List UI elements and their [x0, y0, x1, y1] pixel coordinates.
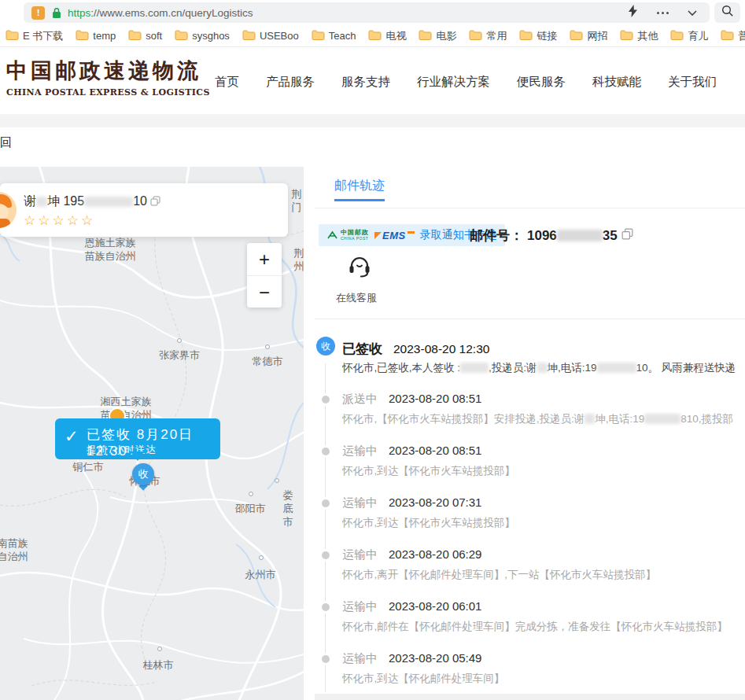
bookmark-item[interactable]: 普法: [721, 29, 745, 43]
bookmark-item[interactable]: E 书下载: [6, 29, 63, 43]
courier-rating-stars[interactable]: ☆☆☆☆☆: [24, 212, 95, 229]
timeline-detail: 怀化市,邮件在【怀化邮件处理车间】完成分拣，准备发往【怀化市火车站揽投部】: [342, 620, 745, 634]
timeline-entry: 运输中2023-08-20 05:49怀化市,到达【怀化邮件处理车间】: [342, 651, 745, 700]
nav-item[interactable]: 首页: [215, 74, 239, 90]
map-label: 荆门: [292, 187, 302, 214]
folder-icon: [419, 30, 432, 42]
nav-item[interactable]: 科技赋能: [592, 74, 641, 90]
copy-icon[interactable]: [150, 195, 160, 209]
timeline-time: 2023-08-20 05:49: [389, 651, 481, 665]
bookmark-item[interactable]: 其他: [620, 29, 658, 43]
redacted-text: [585, 414, 595, 424]
logo-subtitle: CHINA POSTAL EXPRESS & LOGISTICS: [6, 87, 210, 98]
timeline-title: 派送中2023-08-20 08:51: [342, 392, 745, 407]
nav-item[interactable]: 服务支持: [341, 74, 390, 90]
url-text[interactable]: https://www.ems.com.cn/queryLogistics: [68, 7, 253, 19]
nav-item[interactable]: 便民服务: [517, 74, 566, 90]
timeline-entry: 运输中2023-08-20 06:29怀化市,离开【怀化邮件处理车间】,下一站【…: [342, 547, 745, 599]
timeline-entry: 运输中2023-08-20 07:31怀化市,到达【怀化市火车站揽投部】: [342, 496, 745, 547]
shield-warning-icon[interactable]: !: [31, 6, 45, 20]
redacted-text: [36, 197, 47, 207]
timeline-time: 2023-08-20 07:31: [389, 496, 481, 509]
timeline-status: 运输中: [342, 547, 378, 561]
zoom-out-button[interactable]: −: [247, 276, 282, 308]
nav-item[interactable]: 关于我们: [668, 74, 717, 90]
bookmark-item[interactable]: temp: [76, 30, 116, 42]
bookmark-label: sysghos: [192, 30, 230, 42]
tooltip-note: 提前7小时送达: [87, 444, 157, 457]
bookmark-item[interactable]: 电影: [419, 29, 456, 43]
zoom-in-button[interactable]: +: [247, 243, 282, 275]
map-label: 张家界市: [159, 348, 200, 362]
check-icon: ✓: [65, 427, 79, 446]
map-city-dot: [157, 647, 162, 651]
china-post-logo: 中国邮政 CHINA POST: [326, 230, 369, 241]
timeline-detail: 怀化市,到达【怀化市火车站揽投部】: [342, 516, 745, 530]
map-label: 南苗族 自治州: [0, 536, 28, 563]
redacted-text: [644, 414, 680, 424]
url-scheme: https: [68, 7, 90, 19]
tracking-panel: 邮件轨迹 中国邮政 CHINA POST EMS 录取通知书专递 邮件号：109…: [315, 167, 745, 700]
courier-card: 谢坤 19510 ☆☆☆☆☆: [0, 183, 288, 237]
timeline-entry: 运输中2023-08-20 06:01怀化市,邮件在【怀化邮件处理车间】完成分拣…: [342, 599, 745, 651]
chevron-down-icon[interactable]: [688, 6, 697, 20]
tab-mail-trace[interactable]: 邮件轨迹: [334, 178, 385, 194]
map-city-dot: [177, 338, 182, 343]
timeline-dot: [322, 499, 330, 507]
timeline-received-badge: 收: [316, 337, 335, 356]
china-post-mark-icon: [326, 230, 338, 241]
bookmark-item[interactable]: USEBoo: [242, 30, 299, 42]
logo-title: 中国邮政速递物流: [6, 57, 210, 85]
bookmark-item[interactable]: 网招: [570, 29, 607, 43]
separator: [315, 319, 745, 319]
timeline-entry: 运输中2023-08-20 08:51怀化市,到达【怀化市火车站揽投部】: [342, 444, 745, 496]
timeline-title: 运输中2023-08-20 08:51: [342, 444, 745, 459]
online-service-label[interactable]: 在线客服: [336, 291, 377, 305]
map-label: 邵阳市: [235, 502, 266, 515]
map-city-dot: [259, 555, 264, 560]
lock-icon[interactable]: [52, 7, 61, 19]
map-city-dot: [265, 344, 270, 349]
timeline-dot: [322, 396, 330, 403]
timeline-detail: 怀化市,离开【怀化邮件处理车间】,下一站【怀化市火车站揽投部】: [342, 568, 745, 582]
timeline-status: 运输中: [342, 496, 378, 509]
folder-icon: [620, 30, 633, 42]
main-nav: 首页产品服务服务支持行业解决方案便民服务科技赋能关于我们: [215, 74, 717, 90]
folder-icon: [670, 30, 684, 42]
ems-tracking-page: ! https://www.ems.com.cn/queryLogistics …: [0, 0, 745, 700]
tracking-map[interactable]: 谢坤 19510 ☆☆☆☆☆ + − ✓ 已签收 8月20日12:30 提前7小…: [0, 167, 304, 700]
timeline-title: 运输中2023-08-20 05:49: [342, 651, 745, 666]
ems-logo[interactable]: 中国邮政速递物流 CHINA POSTAL EXPRESS & LOGISTIC…: [6, 57, 210, 98]
search-icon: [721, 5, 734, 20]
timeline-status: 派送中: [342, 392, 378, 405]
map-label: 恩施土家族 苗族自治州: [85, 236, 136, 263]
mail-number: 邮件号：109635: [470, 227, 633, 245]
more-menu-icon[interactable]: [657, 12, 669, 14]
timeline-title: 已签收2023-08-20 12:30: [342, 340, 745, 358]
bookmark-label: 电影: [436, 29, 456, 43]
nav-item[interactable]: 产品服务: [266, 74, 315, 90]
timeline-status: 运输中: [342, 599, 378, 613]
address-bar[interactable]: ! https://www.ems.com.cn/queryLogistics: [24, 2, 710, 23]
nav-item[interactable]: 行业解决方案: [417, 74, 490, 90]
bookmark-item[interactable]: sysghos: [175, 30, 230, 42]
bookmark-item[interactable]: 电视: [368, 29, 406, 43]
bookmark-item[interactable]: 常用: [469, 29, 507, 43]
timeline-dot: [322, 448, 330, 455]
bookmark-label: temp: [93, 30, 116, 42]
browser-search-button[interactable]: [714, 2, 740, 23]
bookmark-item[interactable]: Teach: [312, 30, 356, 42]
timeline-status: 运输中: [342, 444, 378, 457]
back-link[interactable]: 回: [0, 135, 12, 150]
bookmark-item[interactable]: soft: [128, 30, 162, 42]
folder-icon: [469, 30, 482, 42]
lightning-icon[interactable]: [628, 5, 638, 20]
redacted-text: [557, 230, 603, 241]
bookmark-item[interactable]: 链接: [519, 29, 557, 43]
timeline-detail: 怀化市,已签收,本人签收 :,投递员:谢坤,电话:1910。 风雨兼程送快递: [342, 361, 745, 375]
separator: [315, 208, 745, 208]
copy-icon[interactable]: [621, 228, 633, 244]
delivery-tooltip: ✓ 已签收 8月20日12:30 提前7小时送达: [55, 418, 220, 459]
headset-icon[interactable]: [347, 255, 372, 282]
bookmark-item[interactable]: 育儿: [670, 29, 708, 43]
